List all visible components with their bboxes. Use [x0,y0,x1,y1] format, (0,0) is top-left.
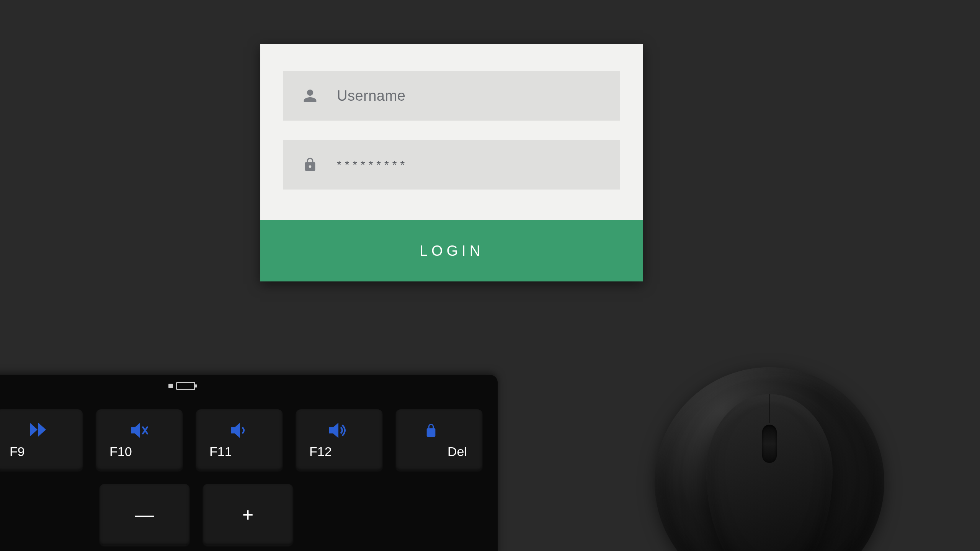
volume-down-icon [231,423,248,441]
password-field[interactable]: ********* [283,140,620,190]
function-key-row: F9 F10 F11 F12 Del [0,409,482,471]
mouse-body[interactable] [706,394,833,551]
login-fields-container: Username ********* [260,44,643,190]
f10-key[interactable]: F10 [96,409,183,471]
lock-icon [299,157,322,172]
minus-key[interactable]: — [100,484,189,545]
mouse-button-seam [769,394,770,423]
f11-key[interactable]: F11 [196,409,283,471]
volume-up-icon [329,423,349,441]
plus-key[interactable]: + [203,484,293,545]
mute-icon [131,423,148,441]
fast-forward-icon [30,423,49,440]
f9-key[interactable]: F9 [0,409,83,471]
login-button[interactable]: LOGIN [260,220,643,281]
mouse-scroll-wheel[interactable] [762,425,777,463]
login-card: Username ********* LOGIN [260,44,643,281]
mouse [655,367,884,551]
password-masked-value: ********* [322,158,605,171]
username-field[interactable]: Username [283,71,620,121]
username-placeholder: Username [322,88,605,104]
f12-key[interactable]: F12 [296,409,382,471]
keylock-icon [425,423,438,441]
del-key[interactable]: Del [396,409,482,471]
battery-indicator [168,382,195,390]
user-icon [299,88,322,103]
keyboard: F9 F10 F11 F12 Del [0,375,498,551]
operator-key-row: — + [0,484,482,545]
login-button-label: LOGIN [420,243,484,259]
